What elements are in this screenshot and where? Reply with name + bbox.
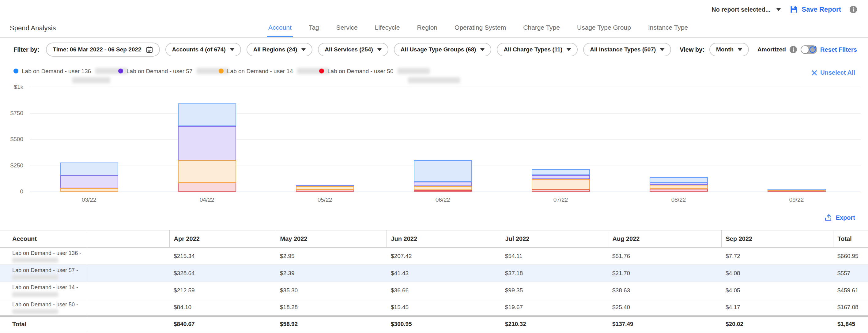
export-button[interactable]: Export — [824, 213, 855, 222]
tab-operating-system[interactable]: Operating System — [453, 19, 507, 37]
charge-types-filter[interactable]: All Charge Types (11) — [497, 43, 578, 56]
value-cell: $4.05 — [721, 282, 833, 299]
filter-bar: Filter by: Time: 06 Mar 2022 - 06 Sep 20… — [0, 37, 868, 62]
legend-item[interactable]: Lab on Demand - user 14 — [219, 68, 329, 75]
services-filter[interactable]: All Services (254) — [318, 43, 388, 56]
usage-type-groups-filter[interactable]: All Usage Type Groups (68) — [394, 43, 492, 56]
value-cell: $660.95 — [833, 247, 868, 265]
legend-item-label: Lab on Demand - user 57 — [126, 68, 192, 75]
save-report-button[interactable]: Save Report — [789, 5, 841, 14]
filter-pills: Time: 06 Mar 2022 - 06 Sep 2022Accounts … — [46, 42, 671, 57]
bar-05/22[interactable] — [296, 185, 354, 192]
report-selector-dropdown[interactable]: No report selected... — [712, 6, 781, 13]
y-axis-tick-label: $500 — [0, 136, 23, 143]
tab-tag[interactable]: Tag — [308, 19, 320, 37]
bar-04/22[interactable] — [178, 103, 236, 192]
page-title: Spend Analysis — [10, 24, 56, 32]
bar-segment — [178, 183, 236, 192]
unselect-all-button[interactable]: Unselect All — [812, 69, 855, 76]
spacer-cell — [87, 299, 169, 316]
view-by-group: View by: Month — [680, 43, 749, 56]
legend-dot-icon — [319, 69, 324, 73]
total-value-cell: $300.95 — [386, 316, 501, 332]
chevron-down-icon — [660, 48, 664, 51]
column-header-aug-2022: Aug 2022 — [608, 230, 721, 247]
account-name: Lab on Demand - user 136 - — [12, 249, 87, 256]
top-bar: No report selected... Save Report — [0, 0, 868, 19]
spacer-cell — [87, 247, 169, 265]
tab-lifecycle[interactable]: Lifecycle — [374, 19, 401, 37]
legend-dot-icon — [118, 69, 123, 73]
column-header-jun-2022: Jun 2022 — [386, 230, 501, 247]
value-cell: $84.10 — [169, 299, 276, 316]
table-row[interactable]: Lab on Demand - user 50 -$84.10$18.28$15… — [0, 299, 868, 316]
legend-item[interactable]: Lab on Demand - user 57 — [118, 68, 229, 75]
total-value-cell: $210.32 — [501, 316, 608, 332]
chevron-down-icon — [301, 48, 306, 51]
bar-segment — [178, 103, 236, 126]
table-row[interactable]: Lab on Demand - user 14 -$212.59$35.30$3… — [0, 282, 868, 299]
tab-service[interactable]: Service — [335, 19, 359, 37]
save-report-label: Save Report — [802, 5, 841, 13]
instance-types-filter-label: All Instance Types (507) — [590, 46, 656, 53]
regions-filter[interactable]: All Regions (24) — [247, 43, 313, 56]
chevron-down-icon — [480, 48, 485, 51]
bar-07/22[interactable] — [532, 169, 590, 192]
bar-segment — [414, 190, 472, 192]
column-header-may-2022: May 2022 — [276, 230, 386, 247]
amortized-label: Amortized — [757, 46, 786, 53]
total-value-cell: $1,845 — [833, 316, 868, 332]
instance-types-filter[interactable]: All Instance Types (507) — [583, 43, 671, 56]
legend-item[interactable]: Lab on Demand - user 50 — [319, 68, 430, 75]
value-cell: $19.67 — [501, 299, 608, 316]
table-row[interactable]: Lab on Demand - user 136 -$215.34$2.95$2… — [0, 247, 868, 265]
time-filter[interactable]: Time: 06 Mar 2022 - 06 Sep 2022 — [46, 42, 160, 57]
column-header-account: Account — [0, 230, 87, 247]
tab-account[interactable]: Account — [267, 19, 293, 37]
column-header-sep-2022: Sep 2022 — [721, 230, 833, 247]
column-header-total: Total — [833, 230, 868, 247]
bar-09/22[interactable] — [768, 189, 826, 192]
reset-filters-button[interactable]: Reset Filters — [809, 45, 857, 54]
redacted-text — [12, 258, 58, 263]
chevron-down-icon — [377, 48, 382, 51]
value-cell: $15.45 — [386, 299, 501, 316]
tab-region[interactable]: Region — [415, 19, 439, 37]
y-axis-tick-label: $1k — [0, 84, 23, 90]
value-cell: $4.17 — [721, 299, 833, 316]
value-cell: $35.30 — [276, 282, 386, 299]
tab-charge-type[interactable]: Charge Type — [522, 19, 561, 37]
value-cell: $2.39 — [276, 265, 386, 282]
value-cell: $328.64 — [169, 265, 276, 282]
info-icon[interactable] — [849, 6, 857, 13]
chevron-down-icon — [776, 8, 781, 11]
tab-usage-type-group[interactable]: Usage Type Group — [576, 19, 632, 37]
bar-08/22[interactable] — [650, 177, 708, 192]
redacted-text — [408, 77, 460, 83]
value-cell: $41.43 — [386, 265, 501, 282]
bar-03/22[interactable] — [60, 163, 118, 192]
table-header-row: AccountApr 2022May 2022Jun 2022Jul 2022A… — [0, 230, 868, 247]
view-by-value: Month — [716, 46, 734, 53]
bar-06/22[interactable] — [414, 160, 472, 192]
legend-item[interactable]: Lab on Demand - user 136 — [13, 68, 127, 75]
regions-filter-label: All Regions (24) — [253, 46, 298, 53]
header-row: Spend Analysis AccountTagServiceLifecycl… — [0, 19, 868, 38]
accounts-filter-label: Accounts 4 (of 674) — [172, 46, 226, 53]
value-cell: $2.95 — [276, 247, 386, 265]
view-by-dropdown[interactable]: Month — [709, 43, 749, 56]
bar-segment — [650, 177, 708, 183]
total-value-cell: $137.49 — [608, 316, 721, 332]
info-icon[interactable] — [789, 46, 797, 53]
legend-item-label: Lab on Demand - user 50 — [328, 68, 393, 75]
total-value-cell: $20.02 — [721, 316, 833, 332]
amortized-group: Amortized — [757, 45, 817, 54]
tab-instance-type[interactable]: Instance Type — [647, 19, 689, 37]
legend-dot-icon — [13, 69, 19, 73]
bar-segment — [532, 190, 590, 192]
table-row[interactable]: Lab on Demand - user 57 -$328.64$2.39$41… — [0, 265, 868, 282]
accounts-filter[interactable]: Accounts 4 (of 674) — [165, 43, 241, 56]
view-by-label: View by: — [680, 46, 705, 53]
account-name-cell: Lab on Demand - user 14 - — [0, 282, 87, 299]
account-name-cell: Lab on Demand - user 136 - — [0, 247, 87, 265]
